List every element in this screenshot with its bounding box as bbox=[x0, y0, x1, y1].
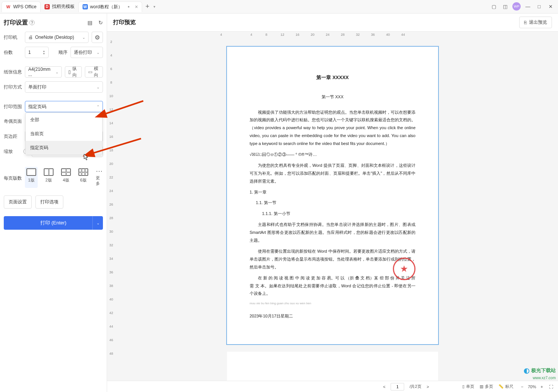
view-single-page[interactable]: ▯单页 bbox=[462, 384, 474, 389]
tab-add-button[interactable]: + bbox=[142, 2, 153, 12]
print-button-dropdown[interactable]: ⌄ bbox=[92, 216, 103, 230]
preview-page-1: 第一章 XXXXX 第一节 XXX 视频提供了功能强大的方法帮助您证明您的观点。… bbox=[227, 47, 438, 344]
print-method-select[interactable]: 单面打印 ⌄ bbox=[25, 81, 103, 93]
toggle-ruler[interactable]: 📏标尺 bbox=[498, 384, 514, 389]
doc-heading-2: 1.1. 第一节 bbox=[250, 199, 415, 207]
paper-label: 纸张信息 bbox=[4, 69, 22, 75]
tab-bar: W WPS Office D 找稻壳模板 W word教程（新） • × + ▾… bbox=[0, 0, 558, 14]
orientation-portrait[interactable]: ▯纵向 bbox=[65, 66, 82, 78]
print-range-select[interactable]: 指定页码 ⌃ 全部 当前页 指定页码 bbox=[25, 101, 103, 112]
print-preview-area: 打印预览 ⎘ 退出预览 2468101214161820222426283032… bbox=[107, 14, 558, 392]
chevron-down-icon: ⌄ bbox=[97, 85, 100, 89]
copies-input[interactable]: 1 ▲▼ bbox=[25, 47, 49, 58]
print-range-dropdown: 全部 当前页 指定页码 bbox=[25, 113, 103, 155]
printer-select[interactable]: 🖨OneNote (Desktop) ⌄ bbox=[25, 32, 89, 43]
portrait-icon: ▯ bbox=[68, 69, 71, 75]
pages-per-sheet-label: 每页版数 bbox=[4, 175, 22, 182]
print-options-button[interactable]: 打印选项 bbox=[35, 195, 63, 209]
horizontal-ruler: 448121620242832364044 bbox=[115, 32, 550, 38]
nav-prev-button[interactable]: < bbox=[383, 384, 385, 389]
gear-icon: ⚙ bbox=[95, 34, 100, 41]
print-button[interactable]: 打印 (Enter) ⌄ bbox=[4, 216, 103, 230]
layout-1up[interactable]: 1版 bbox=[25, 167, 38, 188]
current-page-input[interactable] bbox=[391, 383, 404, 390]
word-doc-icon: W bbox=[83, 4, 88, 9]
tab-document[interactable]: W word教程（新） • × bbox=[78, 2, 142, 12]
spin-down-icon[interactable]: ▼ bbox=[43, 52, 45, 55]
tab-wps-home[interactable]: W WPS Office bbox=[2, 2, 41, 12]
print-settings-panel: 打印设置 ? ▤ ↻ 打印机 🖨OneNote (Desktop) ⌄ ⚙ 份数… bbox=[0, 14, 107, 392]
view-multi-page[interactable]: ▥多页 bbox=[480, 384, 493, 389]
printer-icon: 🖨 bbox=[28, 35, 33, 40]
layout-6up[interactable]: 6版 bbox=[77, 167, 90, 188]
doc-symbols: √☒☑□回◎⊙①②③—— ° ©®™诗… bbox=[250, 151, 415, 159]
panel-title: 打印设置 bbox=[4, 19, 28, 27]
zoom-in-button[interactable]: + bbox=[538, 383, 545, 390]
help-icon[interactable]: ? bbox=[29, 20, 35, 25]
margin-label: 页边距 bbox=[4, 133, 22, 140]
tab-label: WPS Office bbox=[13, 4, 37, 9]
watermark: ◐极光下载站 www.xz7.com bbox=[524, 366, 556, 381]
page-setup-button[interactable]: 页面设置 bbox=[4, 195, 32, 209]
doc-paragraph: 为使您的文档具有专业外观，Word 提供了页眉、页脚、封面和文本框设计，这些设计… bbox=[250, 162, 415, 185]
doc-heading-1: 1. 第一章 bbox=[250, 188, 415, 196]
layout-4up[interactable]: 4版 bbox=[60, 167, 72, 188]
tab-label: word教程（新） bbox=[90, 4, 123, 10]
chevron-down-icon: ⌄ bbox=[97, 50, 100, 55]
layout-2up[interactable]: 2版 bbox=[42, 167, 55, 188]
order-select[interactable]: 逐份打印 ⌄ bbox=[71, 47, 103, 58]
chevron-up-icon: ⌃ bbox=[97, 105, 100, 109]
chevron-down-icon: ⌄ bbox=[82, 35, 85, 40]
template-icon: D bbox=[44, 4, 50, 9]
zoom-fit-button[interactable]: ⛶ bbox=[547, 383, 554, 390]
preview-title: 打印预览 bbox=[113, 19, 136, 26]
single-page-icon: ▯ bbox=[462, 384, 464, 389]
red-stamp-icon: ★ bbox=[393, 258, 415, 280]
order-label: 顺序 bbox=[58, 49, 67, 56]
print-range-label: 打印范围 bbox=[4, 104, 22, 110]
nav-next-button[interactable]: > bbox=[427, 384, 429, 389]
printer-settings-button[interactable]: ⚙ bbox=[92, 32, 103, 43]
spin-up-icon[interactable]: ▲ bbox=[43, 50, 45, 52]
user-avatar[interactable]: WP bbox=[511, 2, 522, 11]
tab-close-icon[interactable]: × bbox=[135, 4, 138, 10]
multi-page-icon: ▥ bbox=[480, 384, 483, 389]
doc-date: 2023年10月17日星期二 bbox=[250, 312, 415, 320]
range-option-current[interactable]: 当前页 bbox=[26, 127, 102, 141]
print-method-label: 打印方式 bbox=[4, 84, 22, 90]
zoom-out-button[interactable]: − bbox=[519, 383, 526, 390]
close-button[interactable]: ✕ bbox=[545, 2, 556, 11]
more-dots-icon: ⋯ bbox=[96, 168, 103, 174]
doc-paragraph: 主题和样式也有助于文档保持协调。当您单击设计并选择新的主题时，图片、图表或 Sm… bbox=[250, 221, 415, 244]
range-option-specify[interactable]: 指定页码 bbox=[26, 141, 102, 155]
doc-paragraph: 视频提供了功能强大的方法帮助您证明您的观点。当您单击联机视频时，可以在想要添加的… bbox=[250, 108, 415, 148]
maximize-button[interactable]: □ bbox=[534, 2, 544, 11]
orientation-landscape[interactable]: ▭横向 bbox=[85, 66, 103, 78]
doc-heading-3: 1.1.1. 第一小节 bbox=[250, 210, 415, 218]
zoom-level: 70% bbox=[528, 384, 536, 389]
layout-icon[interactable]: ▤ bbox=[87, 20, 92, 26]
tab-label: 找稻壳模板 bbox=[52, 3, 75, 10]
odd-even-label: 奇偶页面 bbox=[4, 118, 22, 125]
cube-icon[interactable]: ◫ bbox=[500, 2, 510, 11]
scale-label: 缩放 bbox=[4, 148, 22, 155]
paper-size-select[interactable]: A4(210mm ... ⌄ bbox=[25, 66, 62, 78]
preview-page-2 bbox=[227, 352, 438, 381]
exit-preview-button[interactable]: ⎘ 退出预览 bbox=[519, 17, 552, 28]
watermark-logo-icon: ◐ bbox=[524, 366, 530, 375]
doc-chapter-title: 第一章 XXXXX bbox=[250, 73, 415, 82]
panel-toggle-icon[interactable]: ▢ bbox=[489, 2, 499, 11]
exit-icon: ⎘ bbox=[524, 20, 527, 25]
status-bar: < /共2页 > ▯单页 ▥多页 📏标尺 − 70% + ⛶ bbox=[107, 381, 558, 392]
tab-templates[interactable]: D 找稻壳模板 bbox=[41, 2, 78, 12]
doc-paragraph: 使用在需要位置出现的新按钮在 Word 中保存时间。若要更改图片适应文档的方式，… bbox=[250, 247, 415, 271]
minimize-button[interactable]: — bbox=[523, 2, 533, 11]
landscape-icon: ▭ bbox=[88, 69, 92, 75]
tab-list-dropdown[interactable]: ▾ bbox=[153, 5, 155, 9]
reset-icon[interactable]: ↻ bbox=[98, 20, 103, 26]
page-total: /共2页 bbox=[409, 384, 421, 389]
range-option-all[interactable]: 全部 bbox=[26, 113, 102, 127]
copies-label: 份数 bbox=[4, 49, 22, 56]
wps-logo-icon: W bbox=[6, 4, 11, 9]
layout-more[interactable]: ⋯ 更多 bbox=[94, 167, 104, 188]
